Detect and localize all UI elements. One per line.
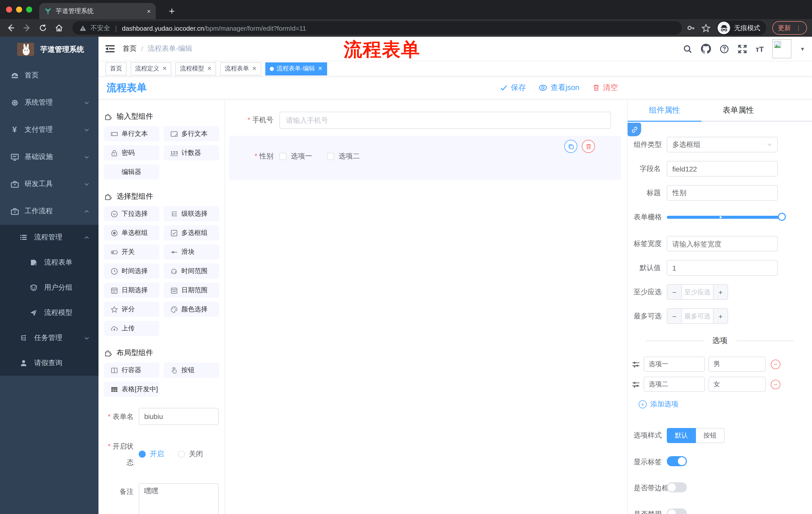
component-time-picker[interactable]: 时间选择	[104, 264, 159, 279]
component-editor[interactable]: 编辑器	[104, 164, 159, 180]
help-icon[interactable]	[719, 44, 729, 54]
search-icon[interactable]	[683, 44, 692, 54]
address-bar[interactable]: 不安全 | dashboard.yudao.iocoder.cn/bpm/man…	[72, 21, 682, 35]
minimize-window-button[interactable]	[16, 6, 22, 12]
increase-button[interactable]: +	[713, 309, 728, 323]
close-tab-icon[interactable]: ×	[147, 7, 151, 15]
default-value-input[interactable]	[667, 260, 778, 276]
show-label-toggle[interactable]	[667, 456, 687, 466]
sidebar-item-payment[interactable]: ¥ 支付管理	[0, 116, 98, 143]
sidebar-item-process-form[interactable]: 流程表单	[0, 250, 98, 275]
close-icon[interactable]: ✕	[318, 65, 322, 72]
sidebar-item-task-management[interactable]: 任务管理	[0, 325, 98, 351]
close-icon[interactable]: ✕	[162, 65, 167, 72]
drag-handle-icon[interactable]	[632, 360, 640, 369]
forward-icon[interactable]	[21, 24, 32, 32]
tab-form-props[interactable]: 表单属性	[701, 100, 775, 121]
label-width-input[interactable]	[667, 236, 778, 251]
tag-process-form-edit[interactable]: 流程表单-编辑✕	[265, 62, 327, 75]
remark-textarea[interactable]: 嘿嘿	[139, 483, 219, 514]
phone-field-row[interactable]: 手机号	[229, 112, 621, 129]
copy-component-button[interactable]	[564, 140, 577, 153]
close-icon[interactable]: ✕	[207, 65, 211, 72]
component-color-picker[interactable]: 颜色选择	[164, 302, 219, 317]
component-radio-group[interactable]: 单选框组	[104, 225, 159, 240]
component-table-dev[interactable]: 表格[开发中]	[104, 382, 159, 397]
bookmark-star-icon[interactable]	[701, 23, 710, 32]
component-password[interactable]: 密码	[104, 145, 159, 160]
close-icon[interactable]: ✕	[252, 65, 257, 72]
component-slider[interactable]: 滑块	[164, 244, 219, 260]
tag-home[interactable]: 首页	[106, 62, 127, 75]
sidebar-item-devtools[interactable]: 研发工具	[0, 170, 98, 198]
style-default-button[interactable]: 默认	[667, 428, 696, 443]
component-counter[interactable]: 123 计数器	[164, 145, 219, 160]
gender-option-1-checkbox[interactable]: 选项一	[279, 152, 312, 161]
close-window-button[interactable]	[6, 6, 12, 12]
slider-handle[interactable]	[778, 213, 786, 220]
border-toggle[interactable]	[667, 482, 687, 492]
decrease-button[interactable]: −	[667, 309, 682, 323]
component-select[interactable]: 下拉选择	[104, 206, 159, 221]
save-button[interactable]: 保存	[500, 83, 526, 92]
option-value-input[interactable]	[708, 377, 766, 392]
remove-option-button[interactable]: −	[771, 379, 780, 389]
min-select-stepper[interactable]: − 至少应选 +	[667, 284, 728, 300]
tab-component-props[interactable]: 组件属性	[628, 100, 701, 121]
tag-process-definition[interactable]: 流程定义✕	[130, 62, 171, 75]
font-size-icon[interactable]: ᴛT	[755, 45, 764, 53]
sidebar-item-infra[interactable]: 基础设施	[0, 143, 98, 170]
form-name-input[interactable]	[139, 408, 219, 425]
disabled-toggle[interactable]	[667, 509, 687, 514]
maximize-window-button[interactable]	[26, 6, 32, 12]
component-switch[interactable]: 开关	[104, 244, 159, 260]
sidebar-item-leave-query[interactable]: 请假查询	[0, 351, 98, 376]
style-button-button[interactable]: 按钮	[696, 428, 725, 443]
component-single-line-text[interactable]: 单行文本	[104, 126, 159, 141]
status-on-radio[interactable]: 开启	[139, 450, 164, 459]
clear-button[interactable]: 清空	[592, 83, 618, 92]
component-rate[interactable]: 评分	[104, 302, 159, 317]
sidebar-item-process-model[interactable]: 流程模型	[0, 300, 98, 325]
password-key-icon[interactable]	[687, 24, 695, 32]
option-value-input[interactable]	[708, 357, 766, 372]
fullscreen-icon[interactable]	[737, 44, 747, 54]
github-icon[interactable]	[701, 44, 711, 54]
breadcrumb-home[interactable]: 首页	[123, 44, 137, 53]
collapse-sidebar-icon[interactable]	[106, 45, 115, 53]
remove-option-button[interactable]: −	[771, 359, 780, 369]
view-json-button[interactable]: 查看json	[539, 83, 579, 92]
option-name-input[interactable]	[644, 377, 705, 392]
gender-option-2-checkbox[interactable]: 选项二	[327, 152, 360, 161]
reload-icon[interactable]	[37, 24, 48, 32]
component-row-container[interactable]: 行容器	[104, 362, 159, 378]
max-select-stepper[interactable]: − 最多可选 +	[667, 308, 728, 324]
sidebar-item-workflow[interactable]: 工作流程	[0, 198, 98, 225]
component-date-picker[interactable]: 日期选择	[104, 283, 159, 298]
sidebar-item-home[interactable]: 首页	[0, 62, 98, 89]
tag-process-form[interactable]: 流程表单✕	[220, 62, 261, 75]
component-button[interactable]: 按钮	[164, 362, 219, 378]
update-button[interactable]: 更新 ⋮	[772, 21, 807, 35]
increase-button[interactable]: +	[713, 285, 728, 299]
home-icon[interactable]	[53, 24, 64, 32]
avatar-caret-icon[interactable]: ▼	[800, 46, 805, 52]
back-icon[interactable]	[5, 24, 16, 32]
field-name-input[interactable]	[667, 161, 778, 177]
component-type-select[interactable]: 多选框组	[667, 137, 778, 153]
component-checkbox-group[interactable]: 多选框组	[164, 225, 219, 240]
component-time-range[interactable]: 时间范围	[164, 264, 219, 279]
sidebar-logo[interactable]: 芋道管理系统	[0, 37, 98, 62]
browser-tab[interactable]: 芋道管理系统 ×	[39, 3, 156, 19]
drag-handle-icon[interactable]	[632, 380, 640, 388]
delete-component-button[interactable]	[582, 140, 595, 153]
title-input[interactable]	[667, 185, 778, 201]
security-label[interactable]: 不安全	[90, 23, 110, 32]
option-name-input[interactable]	[644, 357, 705, 372]
browser-menu-icon[interactable]: ⋮	[795, 24, 802, 31]
avatar[interactable]	[772, 39, 791, 58]
phone-input[interactable]	[279, 112, 611, 129]
gender-field-block[interactable]: 性别 选项一 选项二	[229, 136, 621, 180]
form-grid-slider[interactable]	[667, 209, 782, 225]
sidebar-item-system[interactable]: 系统管理	[0, 89, 98, 116]
